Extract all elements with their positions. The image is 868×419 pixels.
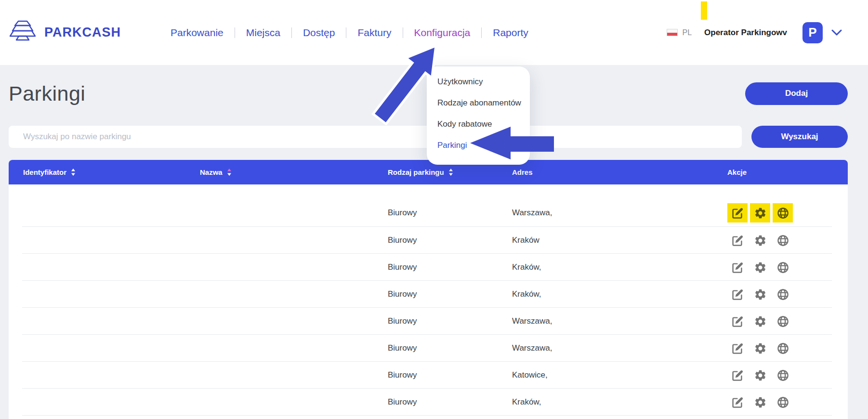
page-title: Parkingi: [9, 82, 85, 105]
chevron-down-icon[interactable]: [831, 29, 842, 36]
cell-address: Warszawa,: [512, 343, 727, 353]
cell-address: Kraków,: [512, 397, 727, 407]
globe-icon[interactable]: [773, 339, 793, 358]
nav-item-dostep[interactable]: Dostęp: [292, 27, 346, 39]
globe-icon[interactable]: [773, 203, 793, 223]
cell-parking-type: Biurowy: [388, 316, 512, 326]
settings-icon[interactable]: [750, 393, 770, 412]
edit-icon[interactable]: [727, 393, 748, 412]
globe-icon[interactable]: [773, 258, 793, 277]
parkings-table: IdentyfikatorNazwaRodzaj parkinguAdresAk…: [9, 160, 848, 419]
table-row: BiurowyWarszawa,: [9, 199, 848, 227]
language-code[interactable]: PL: [682, 28, 692, 37]
cell-address: Katowice,: [512, 370, 727, 380]
sort-icon: [448, 168, 453, 176]
edit-icon[interactable]: [727, 258, 748, 277]
menu-item-parkingi[interactable]: Parkingi: [427, 135, 530, 156]
globe-icon[interactable]: [773, 393, 793, 412]
table-row: BiurowyWarszawa,: [9, 335, 848, 362]
cell-actions: [727, 285, 848, 304]
table-row: BiurowyKraków,: [9, 254, 848, 281]
brand: PARKCASH: [9, 20, 121, 46]
globe-icon[interactable]: [773, 312, 793, 331]
table-row: BiurowyKraków: [9, 227, 848, 254]
cell-actions: [727, 312, 848, 331]
nav-item-konfiguracja[interactable]: Konfiguracja: [403, 27, 482, 39]
sort-icon: [71, 168, 76, 176]
menu-item-kody-rabatowe[interactable]: Kody rabatowe: [427, 114, 530, 135]
main-nav: ParkowanieMiejscaDostępFakturyKonfigurac…: [159, 27, 539, 39]
user-name: Operator Parkingowv: [704, 28, 787, 38]
search-input[interactable]: [9, 126, 742, 148]
topbar-right: PL Operator Parkingowv P: [667, 22, 842, 43]
cell-address: Kraków: [512, 236, 727, 245]
table-row: BiurowyKraków,: [9, 389, 848, 416]
cell-parking-type: Biurowy: [388, 343, 512, 353]
table-row: BiurowyKraków,: [9, 281, 848, 308]
settings-icon[interactable]: [750, 366, 770, 385]
column-header-akcje: Akcje: [727, 168, 848, 176]
cell-actions: [727, 393, 848, 412]
cell-parking-type: Biurowy: [388, 397, 512, 407]
poland-flag-icon[interactable]: [667, 29, 678, 36]
cell-parking-type: Biurowy: [388, 262, 512, 272]
table-header: IdentyfikatorNazwaRodzaj parkinguAdresAk…: [9, 160, 848, 184]
edit-icon[interactable]: [727, 285, 748, 304]
menu-item-uzytkownicy[interactable]: Użytkownicy: [427, 71, 530, 92]
cell-parking-type: Biurowy: [388, 289, 512, 299]
edit-icon[interactable]: [727, 231, 748, 250]
table-body: BiurowyWarszawa,BiurowyKrakówBiurowyKrak…: [9, 184, 848, 419]
globe-icon[interactable]: [773, 285, 793, 304]
column-header-identyfikator[interactable]: Identyfikator: [9, 168, 200, 176]
settings-icon[interactable]: [750, 339, 770, 358]
cell-parking-type: Biurowy: [388, 236, 512, 245]
app-root: PARKCASH ParkowanieMiejscaDostępFakturyK…: [0, 0, 868, 419]
column-label: Adres: [512, 168, 533, 176]
globe-icon[interactable]: [773, 231, 793, 250]
column-label: Akcje: [727, 168, 747, 176]
table-row: BiurowyKatowice,: [9, 362, 848, 389]
edit-icon[interactable]: [727, 312, 748, 331]
cell-actions: [727, 258, 848, 277]
parkcash-logo-icon[interactable]: [9, 20, 37, 46]
nav-item-parkowanie[interactable]: Parkowanie: [159, 27, 235, 39]
nav-item-raporty[interactable]: Raporty: [482, 27, 539, 39]
add-button[interactable]: Dodaj: [745, 82, 848, 105]
cell-parking-type: Biurowy: [388, 370, 512, 380]
cell-actions: [727, 339, 848, 358]
sort-icon: [227, 168, 232, 176]
cell-address: Warszawa,: [512, 208, 727, 218]
column-header-rodzaj-parkingu[interactable]: Rodzaj parkingu: [388, 168, 512, 176]
table-row: BiurowyWarszawa,: [9, 308, 848, 335]
brand-name[interactable]: PARKCASH: [44, 25, 121, 40]
konfiguracja-dropdown-menu: UżytkownicyRodzaje abonamentówKody rabat…: [427, 66, 530, 165]
cell-actions: [727, 203, 848, 223]
top-navigation-bar: PARKCASH ParkowanieMiejscaDostępFakturyK…: [0, 0, 868, 65]
cell-actions: [727, 231, 848, 250]
settings-icon[interactable]: [750, 312, 770, 331]
cell-parking-type: Biurowy: [388, 208, 512, 218]
settings-icon[interactable]: [750, 258, 770, 277]
cell-address: Kraków,: [512, 262, 727, 272]
edit-icon[interactable]: [727, 366, 748, 385]
settings-icon[interactable]: [750, 203, 770, 223]
column-header-adres: Adres: [512, 168, 727, 176]
column-label: Rodzaj parkingu: [388, 168, 444, 176]
cell-address: Kraków,: [512, 289, 727, 299]
cell-address: Warszawa,: [512, 316, 727, 326]
menu-item-rodzaje-abonamentow[interactable]: Rodzaje abonamentów: [427, 92, 530, 114]
column-label: Identyfikator: [23, 168, 66, 176]
column-label: Nazwa: [200, 168, 223, 176]
settings-icon[interactable]: [750, 231, 770, 250]
edit-icon[interactable]: [727, 339, 748, 358]
nav-item-faktury[interactable]: Faktury: [346, 27, 402, 39]
avatar[interactable]: P: [802, 22, 823, 43]
annotation-marker: [701, 1, 707, 20]
column-header-nazwa[interactable]: Nazwa: [200, 168, 388, 176]
edit-icon[interactable]: [727, 203, 748, 223]
search-button[interactable]: Wyszukaj: [751, 126, 848, 148]
settings-icon[interactable]: [750, 285, 770, 304]
globe-icon[interactable]: [773, 366, 793, 385]
cell-actions: [727, 366, 848, 385]
nav-item-miejsca[interactable]: Miejsca: [235, 27, 291, 39]
